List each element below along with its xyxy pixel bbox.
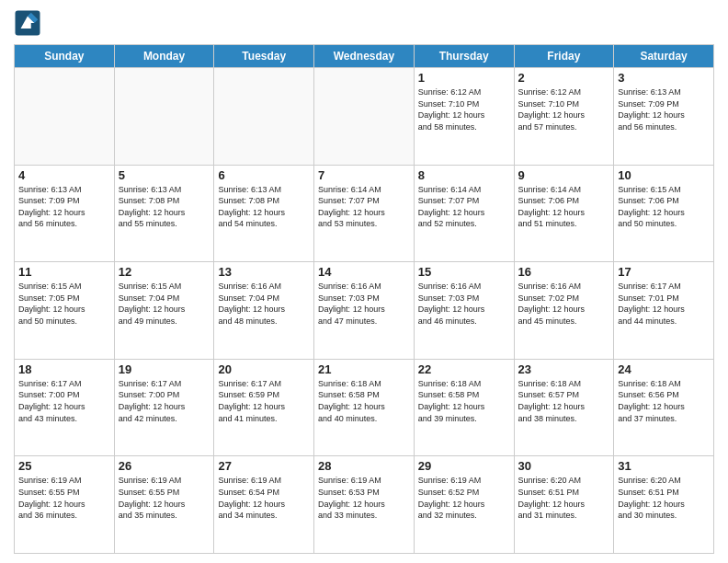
- sun-info: Sunrise: 6:18 AMSunset: 6:58 PMDaylight:…: [418, 378, 510, 424]
- day-number: 17: [618, 265, 710, 279]
- day-number: 20: [218, 362, 310, 376]
- calendar-week: 18Sunrise: 6:17 AMSunset: 7:00 PMDayligh…: [15, 359, 714, 456]
- calendar-cell: 21Sunrise: 6:18 AMSunset: 6:58 PMDayligh…: [314, 359, 415, 456]
- calendar-cell: 27Sunrise: 6:19 AMSunset: 6:54 PMDayligh…: [214, 456, 314, 554]
- sun-info: Sunrise: 6:13 AMSunset: 7:08 PMDaylight:…: [119, 184, 210, 230]
- day-number: 27: [218, 459, 310, 473]
- calendar-cell: 2Sunrise: 6:12 AMSunset: 7:10 PMDaylight…: [514, 68, 614, 166]
- dow-header: Tuesday: [214, 45, 314, 68]
- sun-info: Sunrise: 6:16 AMSunset: 7:03 PMDaylight:…: [418, 281, 510, 327]
- sun-info: Sunrise: 6:16 AMSunset: 7:02 PMDaylight:…: [518, 281, 610, 327]
- day-number: 10: [618, 168, 710, 182]
- dow-header: Friday: [514, 45, 614, 68]
- dow-header: Saturday: [614, 45, 714, 68]
- calendar-cell: 31Sunrise: 6:20 AMSunset: 6:51 PMDayligh…: [614, 456, 714, 554]
- sun-info: Sunrise: 6:17 AMSunset: 7:00 PMDaylight:…: [119, 378, 210, 424]
- dow-header: Sunday: [15, 45, 115, 68]
- dow-header: Thursday: [414, 45, 514, 68]
- calendar-cell: 15Sunrise: 6:16 AMSunset: 7:03 PMDayligh…: [414, 262, 514, 360]
- logo-icon: [14, 9, 41, 37]
- sun-info: Sunrise: 6:14 AMSunset: 7:06 PMDaylight:…: [518, 184, 610, 230]
- day-number: 30: [518, 459, 610, 473]
- calendar-cell: 25Sunrise: 6:19 AMSunset: 6:55 PMDayligh…: [15, 456, 115, 554]
- dow-header: Monday: [114, 45, 214, 68]
- sun-info: Sunrise: 6:18 AMSunset: 6:57 PMDaylight:…: [518, 378, 610, 424]
- day-number: 5: [119, 168, 210, 182]
- day-number: 11: [18, 265, 110, 279]
- logo: [14, 9, 45, 37]
- sun-info: Sunrise: 6:15 AMSunset: 7:05 PMDaylight:…: [18, 281, 110, 327]
- sun-info: Sunrise: 6:15 AMSunset: 7:04 PMDaylight:…: [119, 281, 210, 327]
- day-number: 19: [119, 362, 210, 376]
- day-number: 6: [218, 168, 310, 182]
- calendar-cell: 6Sunrise: 6:13 AMSunset: 7:08 PMDaylight…: [214, 165, 314, 262]
- day-number: 15: [418, 265, 510, 279]
- day-number: 21: [318, 362, 410, 376]
- day-number: 13: [218, 265, 310, 279]
- calendar-cell: 10Sunrise: 6:15 AMSunset: 7:06 PMDayligh…: [614, 165, 714, 262]
- calendar-cell: 7Sunrise: 6:14 AMSunset: 7:07 PMDaylight…: [314, 165, 415, 262]
- calendar-cell: 13Sunrise: 6:16 AMSunset: 7:04 PMDayligh…: [214, 262, 314, 360]
- sun-info: Sunrise: 6:13 AMSunset: 7:09 PMDaylight:…: [18, 184, 110, 230]
- sun-info: Sunrise: 6:18 AMSunset: 6:58 PMDaylight:…: [318, 378, 410, 424]
- calendar-cell: 20Sunrise: 6:17 AMSunset: 6:59 PMDayligh…: [214, 359, 314, 456]
- day-number: 29: [418, 459, 510, 473]
- calendar-cell: 9Sunrise: 6:14 AMSunset: 7:06 PMDaylight…: [514, 165, 614, 262]
- sun-info: Sunrise: 6:14 AMSunset: 7:07 PMDaylight:…: [318, 184, 410, 230]
- sun-info: Sunrise: 6:18 AMSunset: 6:56 PMDaylight:…: [618, 378, 710, 424]
- calendar-cell: [314, 68, 415, 166]
- page: SundayMondayTuesdayWednesdayThursdayFrid…: [0, 0, 728, 563]
- calendar-cell: 8Sunrise: 6:14 AMSunset: 7:07 PMDaylight…: [414, 165, 514, 262]
- calendar-cell: 28Sunrise: 6:19 AMSunset: 6:53 PMDayligh…: [314, 456, 415, 554]
- sun-info: Sunrise: 6:14 AMSunset: 7:07 PMDaylight:…: [418, 184, 510, 230]
- sun-info: Sunrise: 6:13 AMSunset: 7:08 PMDaylight:…: [218, 184, 310, 230]
- sun-info: Sunrise: 6:19 AMSunset: 6:54 PMDaylight:…: [218, 475, 310, 521]
- calendar-cell: 19Sunrise: 6:17 AMSunset: 7:00 PMDayligh…: [114, 359, 214, 456]
- calendar-cell: 18Sunrise: 6:17 AMSunset: 7:00 PMDayligh…: [15, 359, 115, 456]
- sun-info: Sunrise: 6:19 AMSunset: 6:52 PMDaylight:…: [418, 475, 510, 521]
- calendar-cell: 29Sunrise: 6:19 AMSunset: 6:52 PMDayligh…: [414, 456, 514, 554]
- day-number: 24: [618, 362, 710, 376]
- calendar-cell: 17Sunrise: 6:17 AMSunset: 7:01 PMDayligh…: [614, 262, 714, 360]
- day-number: 26: [119, 459, 210, 473]
- sun-info: Sunrise: 6:17 AMSunset: 6:59 PMDaylight:…: [218, 378, 310, 424]
- calendar-cell: 11Sunrise: 6:15 AMSunset: 7:05 PMDayligh…: [15, 262, 115, 360]
- calendar-cell: 22Sunrise: 6:18 AMSunset: 6:58 PMDayligh…: [414, 359, 514, 456]
- calendar-cell: 12Sunrise: 6:15 AMSunset: 7:04 PMDayligh…: [114, 262, 214, 360]
- sun-info: Sunrise: 6:19 AMSunset: 6:55 PMDaylight:…: [18, 475, 110, 521]
- day-number: 23: [518, 362, 610, 376]
- day-number: 8: [418, 168, 510, 182]
- calendar-cell: [114, 68, 214, 166]
- day-of-week-row: SundayMondayTuesdayWednesdayThursdayFrid…: [15, 45, 714, 68]
- calendar-week: 11Sunrise: 6:15 AMSunset: 7:05 PMDayligh…: [15, 262, 714, 360]
- calendar-cell: 23Sunrise: 6:18 AMSunset: 6:57 PMDayligh…: [514, 359, 614, 456]
- day-number: 2: [518, 71, 610, 85]
- calendar-week: 25Sunrise: 6:19 AMSunset: 6:55 PMDayligh…: [15, 456, 714, 554]
- day-number: 4: [18, 168, 110, 182]
- sun-info: Sunrise: 6:19 AMSunset: 6:55 PMDaylight:…: [119, 475, 210, 521]
- calendar-week: 1Sunrise: 6:12 AMSunset: 7:10 PMDaylight…: [15, 68, 714, 166]
- sun-info: Sunrise: 6:13 AMSunset: 7:09 PMDaylight:…: [618, 86, 710, 132]
- calendar-week: 4Sunrise: 6:13 AMSunset: 7:09 PMDaylight…: [15, 165, 714, 262]
- sun-info: Sunrise: 6:15 AMSunset: 7:06 PMDaylight:…: [618, 184, 710, 230]
- calendar-cell: 1Sunrise: 6:12 AMSunset: 7:10 PMDaylight…: [414, 68, 514, 166]
- sun-info: Sunrise: 6:17 AMSunset: 7:00 PMDaylight:…: [18, 378, 110, 424]
- day-number: 12: [119, 265, 210, 279]
- day-number: 14: [318, 265, 410, 279]
- sun-info: Sunrise: 6:12 AMSunset: 7:10 PMDaylight:…: [418, 86, 510, 132]
- day-number: 31: [618, 459, 710, 473]
- calendar-cell: 5Sunrise: 6:13 AMSunset: 7:08 PMDaylight…: [114, 165, 214, 262]
- sun-info: Sunrise: 6:12 AMSunset: 7:10 PMDaylight:…: [518, 86, 610, 132]
- calendar-cell: 30Sunrise: 6:20 AMSunset: 6:51 PMDayligh…: [514, 456, 614, 554]
- sun-info: Sunrise: 6:20 AMSunset: 6:51 PMDaylight:…: [518, 475, 610, 521]
- sun-info: Sunrise: 6:16 AMSunset: 7:04 PMDaylight:…: [218, 281, 310, 327]
- day-number: 3: [618, 71, 710, 85]
- day-number: 1: [418, 71, 510, 85]
- calendar-cell: 14Sunrise: 6:16 AMSunset: 7:03 PMDayligh…: [314, 262, 415, 360]
- calendar-cell: 16Sunrise: 6:16 AMSunset: 7:02 PMDayligh…: [514, 262, 614, 360]
- calendar-cell: 24Sunrise: 6:18 AMSunset: 6:56 PMDayligh…: [614, 359, 714, 456]
- header: [14, 9, 714, 37]
- calendar-cell: [214, 68, 314, 166]
- sun-info: Sunrise: 6:17 AMSunset: 7:01 PMDaylight:…: [618, 281, 710, 327]
- dow-header: Wednesday: [314, 45, 415, 68]
